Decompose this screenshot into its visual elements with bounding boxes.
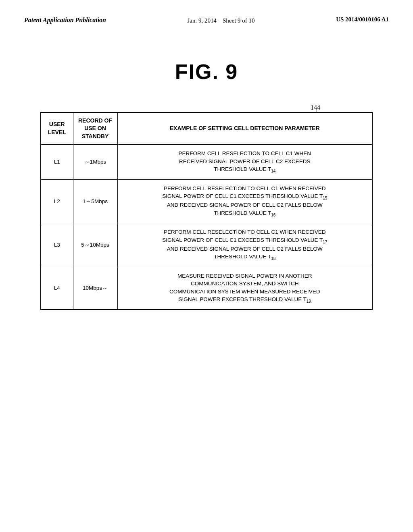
page-header: Patent Application Publication Jan. 9, 2…: [24, 16, 389, 27]
cell-record-l3: 5～10Mbps: [73, 223, 117, 267]
header-date-sheet: Jan. 9, 2014 Sheet 9 of 10: [188, 16, 255, 25]
reference-number-text: 144: [311, 104, 320, 111]
cell-example-l4: MEASURE RECEIVED SIGNAL POWER IN ANOTHER…: [117, 267, 372, 310]
reference-number: 144: [311, 104, 320, 111]
cell-level-l4: L4: [41, 267, 73, 310]
header-sheet: Sheet 9 of 10: [223, 17, 255, 24]
cell-record-l1: ～1Mbps: [73, 145, 117, 179]
figure-title: FIG. 9: [24, 60, 389, 84]
page: Patent Application Publication Jan. 9, 2…: [0, 0, 413, 532]
patent-number-text: US 2014/0010106 A1: [336, 16, 389, 23]
data-table: USERLEVEL RECORD OFUSE ONSTANDBY EXAMPLE…: [40, 112, 373, 310]
figure-title-text: FIG. 9: [175, 60, 238, 83]
table-container: 144 USERLEVEL RECORD OFUSE ONSTANDBY EXA…: [40, 104, 373, 310]
patent-number: US 2014/0010106 A1: [336, 16, 389, 23]
cell-record-l2: 1～5Mbps: [73, 179, 117, 223]
col-header-record: RECORD OFUSE ONSTANDBY: [73, 112, 117, 145]
cell-record-l4: 10Mbps～: [73, 267, 117, 310]
table-header-row: USERLEVEL RECORD OFUSE ONSTANDBY EXAMPLE…: [41, 112, 372, 145]
table-row: L3 5～10Mbps PERFORM CELL RESELECTION TO …: [41, 223, 372, 267]
col-header-user-level: USERLEVEL: [41, 112, 73, 145]
table-row: L4 10Mbps～ MEASURE RECEIVED SIGNAL POWER…: [41, 267, 372, 310]
header-date: Jan. 9, 2014: [188, 17, 217, 24]
cell-level-l3: L3: [41, 223, 73, 267]
cell-level-l2: L2: [41, 179, 73, 223]
cell-example-l2: PERFORM CELL RESELECTION TO CELL C1 WHEN…: [117, 179, 372, 223]
cell-example-l1: PERFORM CELL RESELECTION TO CELL C1 WHEN…: [117, 145, 372, 179]
col-header-example: EXAMPLE OF SETTING CELL DETECTION PARAME…: [117, 112, 372, 145]
cell-example-l3: PERFORM CELL RESELECTION TO CELL C1 WHEN…: [117, 223, 372, 267]
cell-level-l1: L1: [41, 145, 73, 179]
table-row: L2 1～5Mbps PERFORM CELL RESELECTION TO C…: [41, 179, 372, 223]
publication-label: Patent Application Publication: [24, 16, 106, 25]
publication-text: Patent Application Publication: [24, 17, 106, 23]
table-row: L1 ～1Mbps PERFORM CELL RESELECTION TO CE…: [41, 145, 372, 179]
